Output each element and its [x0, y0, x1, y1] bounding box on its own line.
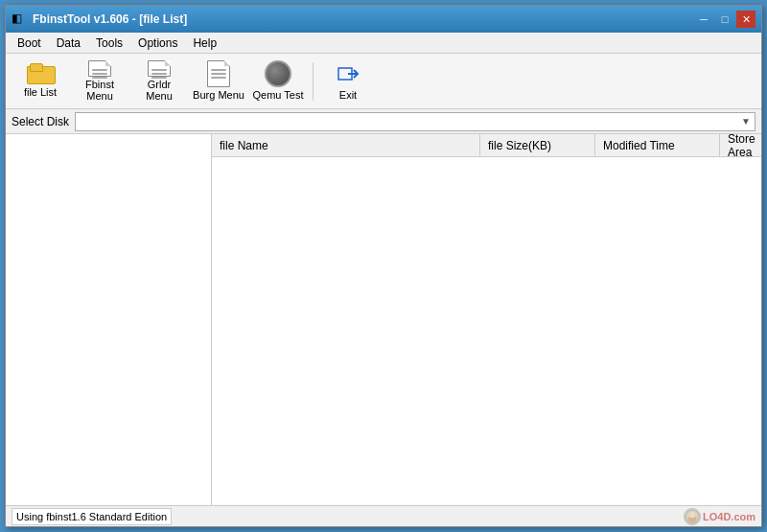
lo4d-text: LO4D.com	[703, 511, 755, 522]
select-disk-row: Select Disk ▼	[6, 109, 761, 134]
toolbar-burg-label: Burg Menu	[193, 89, 244, 101]
menu-bar: Boot Data Tools Options Help	[6, 33, 761, 54]
toolbar-exit-button[interactable]: Exit	[319, 58, 377, 105]
toolbar: file List Fbinst Menu Grld	[6, 54, 761, 109]
close-button[interactable]: ✕	[736, 11, 755, 28]
toolbar-grldr-label: Grldr Menu	[133, 79, 185, 102]
toolbar-exit-label: Exit	[339, 89, 357, 101]
fbinst-doc-icon	[88, 60, 111, 78]
title-bar: ◧ FbinstTool v1.606 - [file List] ─ □ ✕	[6, 6, 761, 33]
select-disk-combo[interactable]: ▼	[75, 112, 755, 131]
main-window: ◧ FbinstTool v1.606 - [file List] ─ □ ✕ …	[5, 5, 762, 527]
exit-icon	[335, 60, 361, 87]
toolbar-grldr-menu-button[interactable]: Grldr Menu	[130, 58, 188, 105]
app-icon: ◧	[12, 12, 27, 27]
menu-data[interactable]: Data	[49, 35, 88, 52]
main-content: file Name file Size(KB) Modified Time St…	[6, 134, 761, 505]
toolbar-file-list-button[interactable]: file List	[12, 58, 69, 105]
grldr-doc-icon	[148, 60, 171, 78]
svg-point-4	[689, 512, 695, 518]
toolbar-qemu-label: Qemu Test	[253, 89, 304, 101]
toolbar-file-list-label: file List	[24, 86, 57, 98]
lo4d-icon	[684, 508, 701, 525]
title-bar-left: ◧ FbinstTool v1.606 - [file List]	[12, 12, 187, 27]
table-header: file Name file Size(KB) Modified Time St…	[212, 134, 761, 157]
qemu-circle-icon	[265, 60, 291, 87]
menu-boot[interactable]: Boot	[10, 35, 49, 52]
toolbar-qemu-test-button[interactable]: Qemu Test	[249, 58, 307, 105]
menu-tools[interactable]: Tools	[88, 35, 130, 52]
chevron-down-icon: ▼	[741, 116, 751, 127]
burg-doc-icon	[207, 60, 230, 87]
toolbar-burg-menu-button[interactable]: Burg Menu	[190, 58, 247, 105]
status-text: Using fbinst1.6 Standard Edition	[12, 508, 172, 525]
status-bar: Using fbinst1.6 Standard Edition LO4D.co…	[6, 505, 761, 526]
table-body	[212, 157, 761, 505]
status-right: LO4D.com	[684, 508, 755, 525]
col-header-store: Store Area	[720, 134, 761, 156]
col-header-modified: Modified Time	[595, 134, 720, 156]
toolbar-fbinst-menu-button[interactable]: Fbinst Menu	[71, 58, 128, 105]
select-disk-label: Select Disk	[12, 115, 69, 128]
minimize-button[interactable]: ─	[694, 11, 713, 28]
maximize-button[interactable]: □	[715, 11, 734, 28]
folder-icon	[27, 63, 54, 84]
menu-options[interactable]: Options	[130, 35, 185, 52]
menu-help[interactable]: Help	[185, 35, 224, 52]
col-header-filesize: file Size(KB)	[480, 134, 595, 156]
toolbar-fbinst-label: Fbinst Menu	[74, 79, 126, 102]
file-area: file Name file Size(KB) Modified Time St…	[212, 134, 761, 505]
sidebar-panel	[6, 134, 212, 505]
lo4d-watermark: LO4D.com	[684, 508, 755, 525]
col-header-filename: file Name	[212, 134, 480, 156]
title-buttons: ─ □ ✕	[694, 11, 755, 28]
status-left: Using fbinst1.6 Standard Edition	[12, 508, 684, 525]
window-title: FbinstTool v1.606 - [file List]	[33, 12, 187, 26]
toolbar-separator	[313, 62, 314, 101]
